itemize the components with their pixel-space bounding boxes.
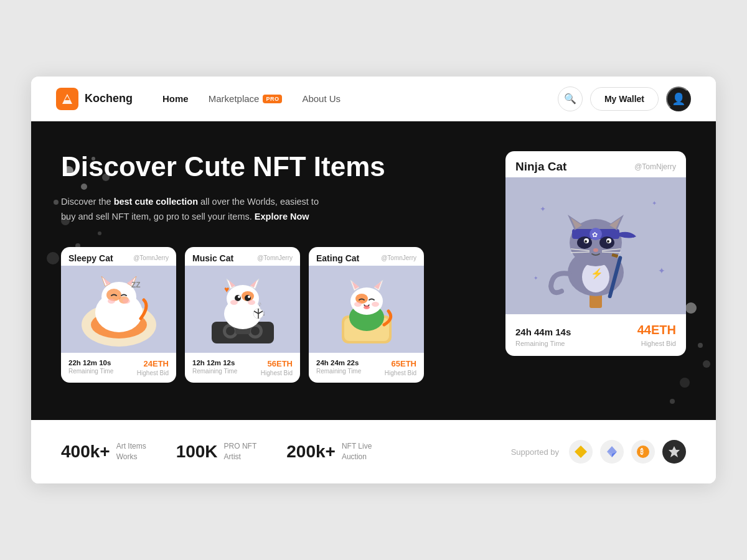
nav: Home Marketplace PRO About Us [162, 93, 558, 104]
svg-point-3 [54, 200, 59, 205]
svg-point-16 [670, 399, 675, 404]
svg-text:✦: ✦ [658, 266, 665, 276]
svg-point-65 [354, 302, 362, 307]
card-1-image: ♥ ♪ ♩ [185, 266, 300, 353]
nft-card-sleepy[interactable]: Sleepy Cat @TomnJerry [61, 247, 176, 383]
nft-card-eating[interactable]: Eating Cat @TomnJerry [309, 247, 424, 383]
card-2-bid-block: 65ETH Highest Bid [385, 359, 416, 376]
hero-content: Discover Cute NFT Items Discover the bes… [61, 151, 686, 383]
stats-bar: 400k+ Art Items Works 100K PRO NFT Artis… [31, 420, 716, 483]
user-button[interactable]: 👤 [666, 86, 691, 111]
stat-1: 100K PRO NFT Artist [176, 441, 257, 462]
card-2-image [309, 266, 424, 353]
svg-point-89 [585, 240, 587, 243]
card-2-author: @TomnJerry [381, 254, 416, 261]
svg-point-66 [372, 302, 379, 307]
svg-point-29 [123, 299, 130, 304]
card-0-author: @TomnJerry [133, 254, 169, 261]
stat-1-number: 100K [176, 442, 218, 462]
featured-bid-label: Highest Bid [641, 340, 676, 347]
svg-point-28 [108, 299, 115, 304]
explore-link[interactable]: Explore Now [255, 212, 309, 222]
card-2-bid-label: Highest Bid [385, 370, 416, 376]
svg-point-67 [364, 306, 370, 309]
svg-point-45 [238, 296, 240, 298]
card-2-time: 24h 24m 22s [316, 359, 361, 366]
svg-point-85 [577, 236, 592, 249]
svg-point-46 [248, 296, 250, 298]
user-icon: 👤 [672, 92, 685, 106]
wallet-button[interactable]: My Wallet [590, 87, 659, 111]
nav-about[interactable]: About Us [302, 93, 341, 104]
binance-icon [569, 440, 593, 464]
card-2-bid: 65ETH [385, 359, 416, 368]
stat-0-text: Art Items Works [116, 441, 146, 462]
card-1-time-block: 12h 12m 12s Remaining Time [192, 359, 237, 376]
card-1-bid: 56ETH [261, 359, 293, 368]
logo-text: Kocheng [85, 92, 133, 105]
featured-card[interactable]: Ninja Cat @TomNjerry ✦ ✦ ✦ ✦ [505, 151, 686, 356]
card-1-name: Music Cat [192, 253, 233, 263]
card-1-time-label: Remaining Time [192, 368, 237, 375]
other-crypto-icon [662, 440, 686, 464]
featured-bid: 44ETH [637, 323, 676, 337]
supporters: Supported by [511, 440, 686, 464]
header-right: 🔍 My Wallet 👤 [558, 86, 691, 111]
stat-1-text: PRO NFT Artist [224, 441, 257, 462]
nav-marketplace[interactable]: Marketplace PRO [209, 93, 283, 104]
svg-point-34 [251, 327, 260, 335]
card-0-name: Sleepy Cat [68, 253, 113, 263]
featured-time: 24h 44m 14s [515, 327, 571, 337]
card-2-name: Eating Cat [316, 253, 359, 263]
svg-point-10 [685, 302, 697, 314]
card-0-time-block: 22h 12m 10s Remaining Time [68, 359, 113, 376]
stat-0-number: 400k+ [61, 442, 110, 462]
nft-cards-row: Sleepy Cat @TomnJerry [61, 247, 481, 383]
svg-point-47 [230, 300, 238, 305]
stats-group: 400k+ Art Items Works 100K PRO NFT Artis… [61, 441, 372, 462]
featured-name: Ninja Cat [515, 160, 566, 174]
card-1-time: 12h 12m 12s [192, 359, 237, 366]
nft-card-music[interactable]: Music Cat @TomnJerry [185, 247, 300, 383]
svg-text:♪: ♪ [258, 300, 262, 307]
crypto-icons: ₿ [569, 440, 686, 464]
svg-text:ZZ: ZZ [131, 281, 141, 289]
svg-line-93 [571, 252, 590, 253]
bitcoin-icon: ₿ [631, 440, 655, 464]
stat-2: 200k+ NFT Live Auction [286, 441, 372, 462]
hero-section: Discover Cute NFT Items Discover the bes… [31, 121, 716, 420]
card-2-time-block: 24h 24m 22s Remaining Time [316, 359, 361, 376]
card-0-image: ZZ [61, 266, 176, 353]
search-button[interactable]: 🔍 [558, 86, 583, 111]
hero-left: Discover Cute NFT Items Discover the bes… [61, 151, 481, 383]
ethereum-icon [600, 440, 624, 464]
svg-point-91 [593, 248, 598, 252]
card-0-bid-block: 24ETH Highest Bid [137, 359, 169, 376]
pro-badge: PRO [263, 95, 282, 103]
svg-point-8 [47, 252, 59, 264]
svg-text:✦: ✦ [540, 205, 546, 213]
svg-point-48 [248, 300, 255, 305]
hero-title: Discover Cute NFT Items [61, 151, 481, 183]
svg-point-14 [703, 360, 710, 368]
featured-image: ✦ ✦ ✦ ✦ ⚡ [505, 177, 686, 314]
card-2-time-label: Remaining Time [316, 368, 361, 375]
svg-point-90 [607, 240, 609, 243]
svg-point-12 [698, 343, 703, 348]
search-icon: 🔍 [564, 93, 576, 105]
card-1-author: @TomnJerry [257, 254, 293, 261]
svg-text:✦: ✦ [533, 275, 538, 281]
svg-text:✦: ✦ [652, 200, 657, 207]
stat-2-text: NFT Live Auction [342, 441, 372, 462]
featured-time-label: Remaining Time [515, 340, 565, 347]
svg-marker-103 [669, 446, 680, 457]
svg-point-32 [226, 327, 235, 335]
card-1-bid-label: Highest Bid [261, 370, 293, 376]
stat-2-number: 200k+ [286, 442, 336, 462]
header: Kocheng Home Marketplace PRO About Us 🔍 … [31, 77, 716, 121]
app-container: Kocheng Home Marketplace PRO About Us 🔍 … [31, 77, 716, 483]
logo-icon [56, 88, 78, 110]
svg-point-86 [599, 236, 614, 249]
supported-by-text: Supported by [511, 447, 559, 457]
nav-home[interactable]: Home [162, 93, 189, 104]
